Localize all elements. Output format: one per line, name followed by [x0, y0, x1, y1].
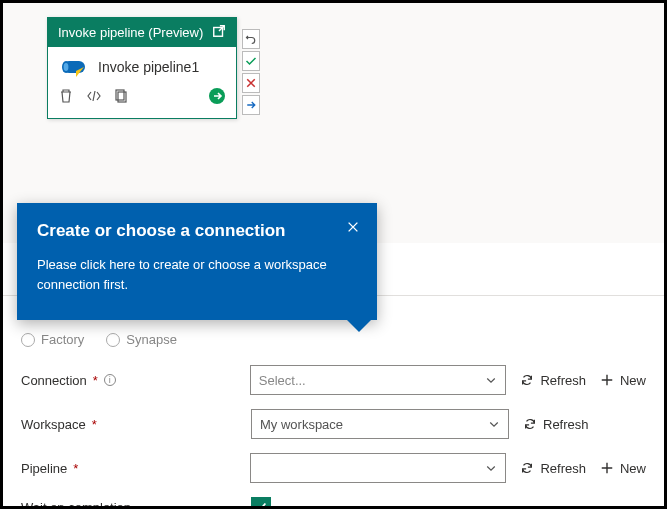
pipeline-new-button[interactable]: New: [600, 461, 646, 476]
check-icon: [254, 500, 268, 509]
refresh-icon: [523, 417, 537, 431]
radio-synapse-label: Synapse: [126, 332, 177, 347]
connection-refresh-button[interactable]: Refresh: [520, 373, 586, 388]
label-workspace: Workspace: [21, 417, 86, 432]
delete-icon[interactable]: [58, 88, 74, 107]
activity-title: Invoke pipeline (Preview): [58, 25, 203, 40]
run-icon[interactable]: [208, 87, 226, 108]
close-icon: [346, 220, 360, 234]
workspace-select[interactable]: My workspace: [251, 409, 509, 439]
row-pipeline: Pipeline * Refresh New: [21, 453, 646, 483]
open-external-icon[interactable]: [212, 24, 226, 41]
activity-name: Invoke pipeline1: [98, 59, 199, 75]
callout-body: Please click here to create or choose a …: [37, 255, 357, 294]
required-marker: *: [73, 461, 78, 476]
required-marker: *: [92, 417, 97, 432]
info-icon[interactable]: i: [104, 374, 116, 386]
connection-new-label: New: [620, 373, 646, 388]
plus-icon: [600, 461, 614, 475]
row-workspace: Workspace * My workspace Refresh: [21, 409, 646, 439]
radio-synapse[interactable]: Synapse: [106, 332, 177, 347]
pipeline-select[interactable]: [250, 453, 507, 483]
pipeline-icon: [60, 57, 88, 77]
workspace-refresh-label: Refresh: [543, 417, 589, 432]
label-connection: Connection: [21, 373, 87, 388]
validation-column: [242, 29, 260, 115]
connection-select-value: Select...: [259, 373, 306, 388]
code-icon[interactable]: [86, 88, 102, 107]
workspace-type-row: Factory Synapse: [21, 332, 646, 347]
connection-select[interactable]: Select...: [250, 365, 507, 395]
refresh-icon: [520, 461, 534, 475]
skip-status-icon[interactable]: [242, 95, 260, 115]
plus-icon: [600, 373, 614, 387]
label-wait: Wait on completion: [21, 500, 131, 510]
pipeline-new-label: New: [620, 461, 646, 476]
undo-icon[interactable]: [242, 29, 260, 49]
row-connection: Connection * i Select... Refresh New: [21, 365, 646, 395]
callout-create-connection: Create or choose a connection Please cli…: [17, 203, 377, 320]
connection-new-button[interactable]: New: [600, 373, 646, 388]
label-pipeline: Pipeline: [21, 461, 67, 476]
radio-factory-label: Factory: [41, 332, 84, 347]
properties-panel: Factory Synapse Connection * i Select...…: [3, 295, 664, 506]
activity-header: Invoke pipeline (Preview): [48, 18, 236, 47]
callout-title: Create or choose a connection: [37, 221, 357, 241]
pipeline-refresh-button[interactable]: Refresh: [520, 461, 586, 476]
failure-status-icon[interactable]: [242, 73, 260, 93]
pipeline-refresh-label: Refresh: [540, 461, 586, 476]
success-status-icon[interactable]: [242, 51, 260, 71]
refresh-icon: [520, 373, 534, 387]
wait-checkbox[interactable]: [251, 497, 271, 509]
svg-point-3: [64, 63, 69, 71]
activity-tile[interactable]: Invoke pipeline (Preview) Invoke pipelin…: [47, 17, 237, 119]
required-marker: *: [93, 373, 98, 388]
row-wait: Wait on completion: [21, 497, 646, 509]
chevron-down-icon: [485, 374, 497, 386]
chevron-down-icon: [488, 418, 500, 430]
connection-refresh-label: Refresh: [540, 373, 586, 388]
callout-close-button[interactable]: [343, 217, 363, 237]
workspace-select-value: My workspace: [260, 417, 343, 432]
activity-action-bar: [48, 81, 236, 118]
activity-body: Invoke pipeline1: [48, 47, 236, 81]
radio-factory[interactable]: Factory: [21, 332, 84, 347]
chevron-down-icon: [485, 462, 497, 474]
copy-icon[interactable]: [114, 88, 130, 107]
workspace-refresh-button[interactable]: Refresh: [523, 417, 589, 432]
